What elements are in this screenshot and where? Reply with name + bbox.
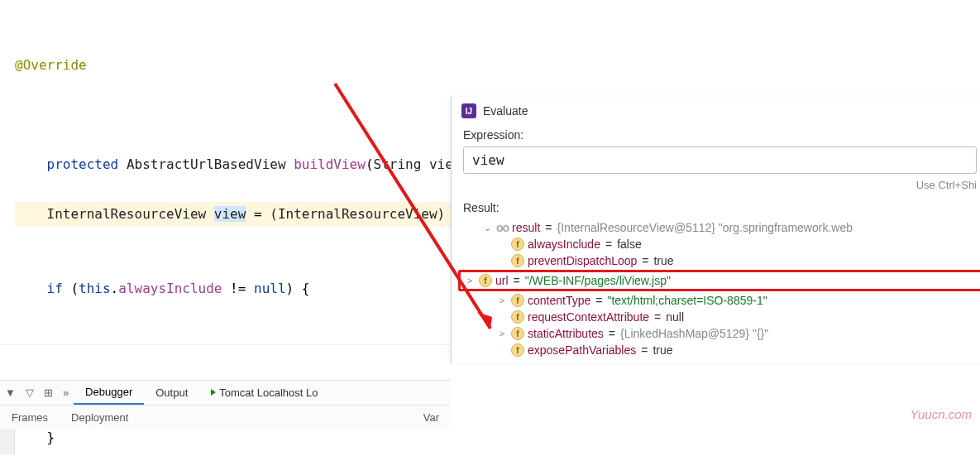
tab-output[interactable]: Output — [144, 382, 199, 404]
object-icon: oo — [496, 221, 509, 234]
expression-label: Expression: — [452, 123, 980, 145]
subtab-deployment[interactable]: Deployment — [60, 407, 140, 428]
tree-row[interactable]: fexposePathVariables = true — [458, 342, 980, 358]
chevron-down-icon[interactable]: ⌄ — [481, 223, 493, 233]
run-icon — [211, 389, 216, 396]
field-name: alwaysInclude — [528, 238, 600, 251]
expression-input[interactable]: view — [463, 146, 977, 174]
field-value: "/WEB-INF/pages/liView.jsp" — [525, 274, 671, 287]
field-type: {LinkedHashMap@5129} — [620, 327, 749, 340]
more-icon[interactable]: » — [58, 383, 74, 402]
subtab-frames[interactable]: Frames — [0, 407, 60, 428]
field-name: exposePathVariables — [528, 343, 636, 357]
chevron-right-icon[interactable]: > — [496, 295, 508, 305]
tab-debugger[interactable]: Debugger — [74, 381, 144, 405]
intellij-icon: IJ — [461, 103, 476, 118]
debug-toolwindow: ▼ ▽ ⊞ » Debugger Output Tomcat Localhost… — [0, 380, 451, 429]
annotation: @Override — [15, 57, 87, 73]
tree-row[interactable]: >furl = "/WEB-INF/pages/liView.jsp" — [458, 270, 980, 291]
field-value: true — [654, 254, 674, 267]
tab-tomcat[interactable]: Tomcat Localhost Lo — [199, 382, 329, 404]
chevron-right-icon[interactable]: > — [464, 276, 476, 286]
result-label: Result: — [452, 196, 980, 218]
tree-row[interactable]: frequestContextAttribute = null — [458, 309, 980, 325]
field-icon: f — [511, 327, 524, 340]
evaluate-popup: IJ Evaluate Expression: view Use Ctrl+Sh… — [451, 97, 980, 363]
field-name: url — [495, 274, 509, 287]
watermark: Yuucn.com — [911, 407, 972, 421]
variable-view[interactable]: view — [214, 206, 246, 222]
keyword-protected: protected — [47, 156, 119, 172]
field-value: false — [617, 238, 642, 251]
field-icon: f — [511, 238, 524, 251]
field-value: "{}" — [753, 327, 768, 340]
field-value: "text/html;charset=ISO-8859-1" — [607, 294, 767, 307]
funnel-icon[interactable]: ▽ — [21, 383, 39, 402]
layout-icon[interactable]: ⊞ — [39, 383, 58, 402]
field-name: staticAttributes — [528, 327, 604, 340]
field-value: null — [666, 310, 684, 324]
field-icon: f — [511, 294, 524, 307]
field-name: contentType — [528, 294, 590, 307]
tree-row[interactable]: >fstaticAttributes = {LinkedHashMap@5129… — [458, 325, 980, 342]
field-icon: f — [511, 254, 524, 267]
result-tree[interactable]: ⌄ oo result = {InternalResourceView@5112… — [452, 218, 980, 363]
field-value: true — [653, 343, 672, 357]
chevron-right-icon[interactable]: > — [496, 329, 508, 338]
field-icon: f — [479, 274, 492, 287]
method-name: buildView — [294, 156, 366, 172]
field-icon: f — [511, 310, 524, 324]
tree-row[interactable]: falwaysInclude = false — [458, 236, 980, 252]
tree-row[interactable]: >fcontentType = "text/html;charset=ISO-8… — [458, 292, 980, 309]
tree-row[interactable]: fpreventDispatchLoop = true — [458, 252, 980, 269]
filter-icon[interactable]: ▼ — [0, 383, 21, 402]
type: AbstractUrlBasedView — [127, 156, 286, 172]
shortcut-hint: Use Ctrl+Shi — [452, 177, 980, 196]
subtab-variables[interactable]: Var — [412, 407, 451, 428]
evaluate-title: Evaluate — [483, 104, 528, 118]
field-name: requestContextAttribute — [528, 310, 649, 324]
field-name: preventDispatchLoop — [528, 254, 637, 267]
tree-root[interactable]: ⌄ oo result = {InternalResourceView@5112… — [458, 219, 980, 236]
field-icon: f — [511, 343, 524, 357]
